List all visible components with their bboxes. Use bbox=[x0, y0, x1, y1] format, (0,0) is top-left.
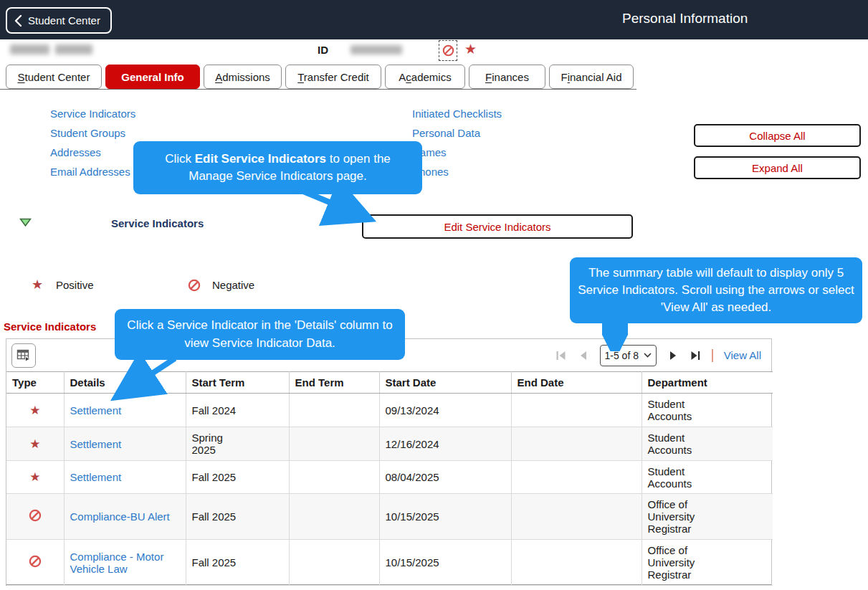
column-header-department: Department bbox=[642, 372, 773, 394]
start-date-cell: 12/16/2024 bbox=[379, 427, 511, 461]
callout-edit-service-indicators: Click Edit Service Indicators to open th… bbox=[133, 141, 422, 194]
details-link[interactable]: Compliance - Motor Vehicle Law bbox=[70, 551, 164, 575]
tab-student-center[interactable]: Student Center bbox=[6, 65, 102, 89]
dropdown-caret-icon bbox=[644, 353, 652, 358]
positive-star-icon: ★ bbox=[29, 404, 40, 417]
column-header-type: Type bbox=[6, 372, 64, 394]
table-row: ★ Settlement Fall 2025 08/04/2025 Studen… bbox=[6, 461, 773, 494]
page-range-value: 1-5 of 8 bbox=[604, 350, 638, 361]
end-term-cell bbox=[289, 494, 379, 540]
end-date-cell bbox=[511, 461, 642, 494]
negative-indicator-header-button[interactable] bbox=[439, 40, 457, 61]
back-button-label: Student Center bbox=[28, 14, 100, 27]
next-page-icon[interactable] bbox=[667, 350, 679, 361]
positive-star-icon: ★ bbox=[29, 437, 40, 451]
collapse-all-button[interactable]: Collapse All bbox=[694, 124, 861, 147]
edit-service-indicators-button[interactable]: Edit Service Indicators bbox=[362, 214, 633, 239]
expand-all-button[interactable]: Expand All bbox=[694, 156, 861, 179]
grid-actions-button[interactable] bbox=[11, 343, 36, 368]
callout-summary-table: The summary table will default to displa… bbox=[570, 257, 862, 323]
link-email-addresses[interactable]: Email Addresses bbox=[50, 166, 135, 178]
link-names[interactable]: Names bbox=[412, 146, 502, 158]
end-date-cell bbox=[511, 427, 642, 461]
previous-page-icon[interactable] bbox=[578, 350, 589, 361]
start-term-cell: Spring 2025 bbox=[186, 427, 289, 461]
link-phones[interactable]: Phones bbox=[412, 166, 502, 178]
end-term-cell bbox=[289, 394, 379, 427]
table-row: ★ Settlement Spring 2025 12/16/2024 Stud… bbox=[6, 427, 773, 461]
tab-general-info[interactable]: General Info bbox=[105, 65, 200, 89]
legend-positive-label: Positive bbox=[56, 279, 94, 291]
tab-admissions[interactable]: Admissions bbox=[204, 65, 282, 89]
back-to-student-center-button[interactable]: Student Center bbox=[6, 7, 112, 34]
details-link[interactable]: Settlement bbox=[70, 404, 122, 417]
top-navbar: Student Center Personal Information bbox=[0, 0, 868, 39]
end-term-cell bbox=[289, 427, 379, 461]
service-indicators-table: Type Details Start Term End Term Start D… bbox=[6, 371, 773, 586]
chevron-left-icon bbox=[14, 14, 22, 27]
negative-indicator-icon bbox=[29, 509, 42, 522]
tab-finances[interactable]: Finances bbox=[469, 65, 545, 89]
negative-indicator-icon bbox=[442, 44, 454, 57]
pager-separator bbox=[712, 349, 713, 362]
positive-star-icon: ★ bbox=[29, 470, 40, 484]
id-label: ID bbox=[318, 44, 328, 56]
column-header-start-term: Start Term bbox=[186, 372, 289, 394]
department-cell: Student Accounts bbox=[642, 461, 773, 494]
department-cell: Student Accounts bbox=[642, 394, 773, 427]
table-row: ★ Settlement Fall 2024 09/13/2024 Studen… bbox=[6, 394, 773, 427]
last-page-icon[interactable] bbox=[690, 350, 701, 361]
link-addresses[interactable]: Addresses bbox=[50, 146, 135, 158]
table-header-row: Type Details Start Term End Term Start D… bbox=[6, 372, 773, 394]
legend-negative-label: Negative bbox=[212, 279, 254, 291]
start-term-cell: Fall 2025 bbox=[186, 494, 289, 540]
personal-information-page: Student Center Personal Information ID ★… bbox=[0, 0, 868, 590]
start-date-cell: 10/15/2025 bbox=[379, 494, 511, 540]
link-initiated-checklists[interactable]: Initiated Checklists bbox=[412, 108, 502, 120]
start-date-cell: 10/15/2025 bbox=[379, 540, 511, 586]
table-row: Compliance-BU Alert Fall 2025 10/15/2025… bbox=[6, 494, 773, 540]
table-row: Compliance - Motor Vehicle Law Fall 2025… bbox=[6, 540, 773, 586]
quick-links-left: Service Indicators Student Groups Addres… bbox=[50, 108, 135, 178]
end-date-cell bbox=[511, 494, 642, 540]
tab-academics[interactable]: Academics bbox=[385, 65, 465, 89]
column-header-end-term: End Term bbox=[289, 372, 379, 394]
page-range-dropdown[interactable]: 1-5 of 8 bbox=[600, 345, 657, 366]
department-cell: Student Accounts bbox=[642, 427, 773, 461]
column-header-end-date: End Date bbox=[511, 372, 642, 394]
page-title: Personal Information bbox=[622, 11, 748, 27]
end-term-cell bbox=[289, 461, 379, 494]
end-term-cell bbox=[289, 540, 379, 586]
link-student-groups[interactable]: Student Groups bbox=[50, 127, 135, 139]
quick-links-middle: Initiated Checklists Personal Data Names… bbox=[412, 108, 502, 178]
view-all-link[interactable]: View All bbox=[724, 349, 761, 361]
tab-transfer-credit[interactable]: Transfer Credit bbox=[285, 65, 381, 89]
negative-indicator-icon bbox=[29, 555, 42, 568]
grid-actions-icon bbox=[16, 349, 31, 362]
department-cell: Office of University Registrar bbox=[642, 494, 773, 540]
positive-indicator-header-button[interactable]: ★ bbox=[464, 41, 477, 57]
details-link[interactable]: Compliance-BU Alert bbox=[70, 510, 170, 523]
student-id-redacted bbox=[350, 45, 402, 54]
link-service-indicators[interactable]: Service Indicators bbox=[50, 108, 135, 120]
negative-indicator-icon bbox=[188, 279, 201, 295]
first-page-icon[interactable] bbox=[555, 350, 567, 361]
details-link[interactable]: Settlement bbox=[70, 471, 122, 483]
student-name-redacted bbox=[10, 44, 49, 54]
positive-star-icon: ★ bbox=[32, 277, 43, 292]
details-link[interactable]: Settlement bbox=[70, 438, 122, 450]
department-cell: Office of University Registrar bbox=[642, 540, 773, 586]
section-expanded-icon[interactable] bbox=[19, 217, 32, 230]
section-title-service-indicators: Service Indicators bbox=[111, 217, 204, 229]
column-header-start-date: Start Date bbox=[379, 372, 511, 394]
column-header-details: Details bbox=[64, 372, 186, 394]
grid-pager: 1-5 of 8 View All bbox=[555, 345, 761, 366]
tab-financial-aid[interactable]: Financial Aid bbox=[549, 65, 634, 89]
callout-details-column: Click a Service Indicator in the 'Detail… bbox=[115, 309, 405, 360]
end-date-cell bbox=[511, 394, 642, 427]
tab-divider-line bbox=[0, 89, 636, 90]
start-date-cell: 09/13/2024 bbox=[379, 394, 511, 427]
start-term-cell: Fall 2025 bbox=[186, 540, 289, 586]
start-term-cell: Fall 2024 bbox=[186, 394, 289, 427]
link-personal-data[interactable]: Personal Data bbox=[412, 127, 502, 139]
